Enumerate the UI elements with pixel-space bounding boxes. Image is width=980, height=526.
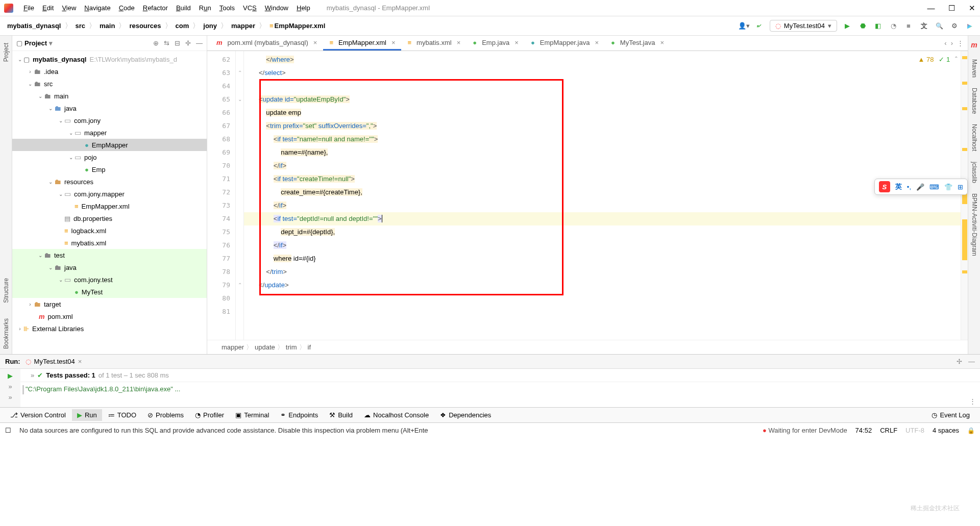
build-button[interactable] xyxy=(754,21,765,31)
tree-dbprops[interactable]: db.properties xyxy=(74,215,112,222)
menu-help[interactable]: Help xyxy=(292,2,314,14)
close-icon[interactable] xyxy=(311,39,317,46)
ime-toolbar[interactable]: S 英 •, 🎤 ⌨ 👕 ⊞ xyxy=(874,179,968,195)
project-tree[interactable]: mybatis_dynasqlE:\TLWork\mybatis\mybatis… xyxy=(12,51,207,354)
tool-jclasslib[interactable]: jclasslib xyxy=(971,162,978,183)
tool-maven[interactable]: Maven xyxy=(971,59,978,78)
ime-grid-icon[interactable]: ⊞ xyxy=(958,183,963,191)
sb-crlf[interactable]: CRLF xyxy=(880,427,897,434)
left-tool-structure[interactable]: Structure xyxy=(3,278,10,303)
bt-todo[interactable]: ≔TODO xyxy=(103,409,141,421)
stop-button[interactable] xyxy=(903,21,914,31)
collapse-icon[interactable]: ⊟ xyxy=(175,39,180,47)
code-content[interactable]: </where> </select> <update id="updateEmp… xyxy=(244,51,968,340)
menu-window[interactable]: Window xyxy=(261,2,292,14)
ime-skin-icon[interactable]: 👕 xyxy=(944,183,952,191)
bt-eventlog[interactable]: ◷Event Log xyxy=(926,409,975,421)
tree-pojo[interactable]: pojo xyxy=(84,154,97,161)
menu-build[interactable]: Build xyxy=(172,2,195,14)
menu-code[interactable]: Code xyxy=(115,2,139,14)
run-hide-icon[interactable]: — xyxy=(968,358,975,365)
tree-ext[interactable]: External Libraries xyxy=(32,325,84,333)
console-output[interactable]: "C:\Program Files\Java\jdk1.8.0_211\bin\… xyxy=(20,382,980,407)
minimize-button[interactable]: ― xyxy=(927,4,935,13)
tree-tjava[interactable]: java xyxy=(64,264,77,271)
hide-icon[interactable]: — xyxy=(196,39,203,47)
lang-button[interactable] xyxy=(919,21,929,31)
ime-lang[interactable]: 英 xyxy=(895,182,902,191)
tab-pom[interactable]: pom.xml (mybatis_dynasql) xyxy=(210,36,323,51)
maven-tool-icon[interactable]: m xyxy=(971,41,977,49)
run-button[interactable] xyxy=(842,21,852,31)
sb-hint-icon[interactable]: ☐ xyxy=(5,427,11,434)
bt-terminal[interactable]: ▣Terminal xyxy=(230,409,274,421)
expand-icon[interactable]: ⇆ xyxy=(164,39,169,47)
tab-next-icon[interactable]: › xyxy=(951,39,953,47)
tree-main[interactable]: main xyxy=(54,92,68,100)
tool-database[interactable]: Database xyxy=(971,88,978,114)
cia-button[interactable] xyxy=(965,21,975,31)
run-tab[interactable]: ◌MyTest.test04× xyxy=(20,358,87,365)
tree-pom[interactable]: pom.xml xyxy=(48,313,73,320)
crumb-7[interactable]: EmpMapper.xml xyxy=(267,21,327,31)
tab-mybatis-xml[interactable]: mybatis.xml xyxy=(401,36,467,51)
tab-list-icon[interactable]: ⋮ xyxy=(957,39,964,47)
menu-run[interactable]: Run xyxy=(195,2,215,14)
tree-empmapper-if[interactable]: EmpMapper xyxy=(92,141,128,149)
bt-problems[interactable]: ⊘Problems xyxy=(142,409,189,421)
tree-mapper[interactable]: mapper xyxy=(84,129,107,137)
tree-resources[interactable]: resources xyxy=(64,178,93,186)
left-tool-bookmarks[interactable]: Bookmarks xyxy=(3,318,10,349)
tree-java[interactable]: java xyxy=(64,105,77,112)
sb-encoding[interactable]: UTF-8 xyxy=(905,427,924,434)
crumb-6[interactable]: mapper xyxy=(229,21,257,31)
tree-emp[interactable]: Emp xyxy=(92,166,106,173)
ime-punct-icon[interactable]: •, xyxy=(907,183,911,191)
bt-nocalhost[interactable]: ☁Nocalhost Console xyxy=(359,409,434,421)
sb-indent[interactable]: 4 spaces xyxy=(933,427,959,434)
warnings-badge[interactable]: 78 xyxy=(918,53,934,66)
tree-idea[interactable]: .idea xyxy=(44,68,58,76)
tab-empmapper-xml[interactable]: EmpMapper.xml xyxy=(323,36,401,51)
close-button[interactable]: ✕ xyxy=(968,4,976,13)
tab-empmapper-java[interactable]: EmpMapper.java xyxy=(525,36,605,51)
tree-logback[interactable]: logback.xml xyxy=(71,227,107,235)
menu-refactor[interactable]: Refactor xyxy=(139,2,172,14)
bt-deps[interactable]: ❖Dependencies xyxy=(435,409,496,421)
tree-mybatis[interactable]: mybatis.xml xyxy=(71,239,107,247)
close-icon[interactable] xyxy=(658,39,664,46)
left-tool-project[interactable]: Project xyxy=(3,43,10,62)
tab-emp-java[interactable]: Emp.java xyxy=(467,36,525,51)
menu-file[interactable]: FFileile xyxy=(19,2,38,14)
profile-button[interactable] xyxy=(888,21,898,31)
project-title[interactable]: Project xyxy=(24,39,53,47)
run-settings-icon[interactable]: ✢ xyxy=(957,358,962,365)
tree-target[interactable]: target xyxy=(44,300,61,308)
tree-empmapper-xml[interactable]: EmpMapper.xml xyxy=(82,203,130,210)
sb-position[interactable]: 74:52 xyxy=(855,427,872,434)
prev-icon[interactable]: ˆ xyxy=(955,53,957,66)
tree-test[interactable]: test xyxy=(54,252,65,259)
fold-gutter[interactable]: ⌃⌄⌃ xyxy=(236,51,244,340)
ok-badge[interactable]: 1 xyxy=(939,53,950,66)
bt-endpoints[interactable]: ⚭Endpoints xyxy=(275,409,323,421)
menu-vcs[interactable]: VCS xyxy=(239,2,261,14)
close-icon[interactable] xyxy=(512,39,519,46)
crumb-1[interactable]: src xyxy=(74,21,88,31)
tree-comjony[interactable]: com.jony xyxy=(74,117,101,124)
menu-tools[interactable]: Tools xyxy=(215,2,239,14)
crumb-4[interactable]: com xyxy=(174,21,191,31)
crumb-3[interactable]: resources xyxy=(127,21,163,31)
close-icon[interactable] xyxy=(593,39,599,46)
tree-mytest[interactable]: MyTest xyxy=(82,288,103,296)
ime-kbd-icon[interactable]: ⌨ xyxy=(929,183,939,191)
debug-button[interactable] xyxy=(857,21,868,31)
menu-edit[interactable]: Edit xyxy=(38,2,58,14)
settings-icon[interactable]: ✢ xyxy=(185,39,191,47)
ecrumb-0[interactable]: mapper xyxy=(222,343,244,351)
run-more-button[interactable]: » xyxy=(8,383,12,390)
tool-nocalhost[interactable]: Nocalhost xyxy=(971,124,978,151)
bt-build[interactable]: ⚒Build xyxy=(324,409,358,421)
close-icon[interactable] xyxy=(389,39,396,46)
code-editor[interactable]: 6263646566676869707172737475767778798081… xyxy=(207,51,968,340)
